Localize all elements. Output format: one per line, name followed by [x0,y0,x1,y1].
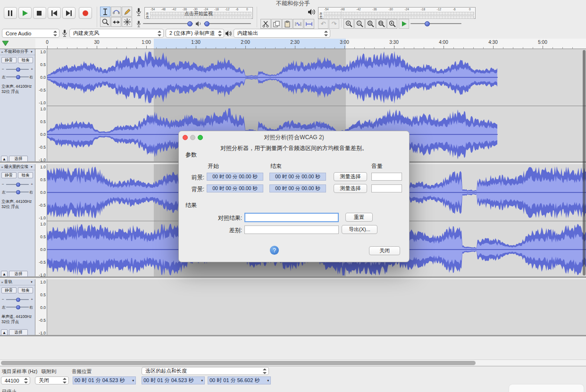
timeshift-tool-button[interactable] [111,17,121,27]
close-button[interactable]: 关闭 [369,246,400,255]
selection-start-field[interactable]: 00 时 01 分 04.523 秒▾ [142,376,205,384]
background-end-field[interactable]: 00 时 00 分 00.00 秒 [269,184,326,192]
zoom-fit-button[interactable] [376,19,386,29]
copy-button[interactable] [271,19,282,29]
trim-button[interactable] [293,19,303,29]
foreground-start-field[interactable]: 00 时 00 分 00.00 秒 [207,173,263,181]
snap-to-select[interactable]: 关闭 [35,376,69,384]
reset-button[interactable]: 重置 [345,213,373,222]
field-caret-icon[interactable]: ▾ [201,379,203,383]
horizontal-scrollbar-thumb[interactable] [1,361,476,365]
gain-knob[interactable] [16,298,20,302]
field-caret-icon[interactable]: ▾ [132,379,134,383]
play-at-speed-button[interactable] [399,19,409,29]
vertical-scale-ruler[interactable]: 1.00.50.0-0.5-1.0 1.00.50.0-0.5-1.0 [35,49,47,161]
play-speed-slider[interactable] [410,20,461,27]
track-2-control-panel[interactable]: × 烟火里的尘埃 ▼ 静音 独奏 − + 左 右 立体声, 44100Hz 32… [0,164,35,276]
play-button[interactable] [18,7,32,19]
background-start-field[interactable]: 00 时 00 分 00.00 秒 [207,184,263,192]
difference-field[interactable] [244,225,339,234]
gain-knob[interactable] [16,67,20,72]
redo-button[interactable]: ↷ [329,19,339,29]
track-menu-icon[interactable]: ▼ [30,166,35,168]
gain-knob[interactable] [16,183,20,187]
select-button[interactable]: 选择 [9,271,28,277]
track-menu-icon[interactable]: ▼ [30,281,35,284]
help-button[interactable]: ? [270,246,279,255]
collapse-button[interactable]: ▲ [1,329,8,335]
gain-slider[interactable]: − + [1,66,34,72]
cut-button[interactable] [260,19,271,29]
zoom-in-button[interactable] [343,19,354,29]
horizontal-scrollbar[interactable] [0,359,586,366]
gain-slider[interactable]: − + [1,181,34,187]
pause-button[interactable] [4,7,17,19]
track-close-icon[interactable]: × [0,50,4,54]
playback-meter[interactable]: -54-48-42-36-30-24-18-12-60 左 右 [318,7,476,19]
playback-device-select[interactable]: 内建输出 [234,29,330,38]
undo-button[interactable]: ↶ [318,19,328,29]
pan-knob[interactable] [16,75,20,79]
timeline-options-button[interactable] [1,40,12,48]
paste-button[interactable] [282,19,293,29]
gain-slider[interactable]: − + [1,296,34,302]
solo-button[interactable]: 独奏 [18,57,33,63]
selection-length-field[interactable]: 00 时 01 分 56.602 秒▾ [208,376,271,384]
audio-host-select[interactable]: Core Audio [2,29,59,38]
track-3-waveform-area[interactable] [47,279,586,335]
pan-slider[interactable]: 左 右 [1,304,34,310]
pan-slider[interactable]: 左 右 [1,74,34,80]
zoom-toggle-button[interactable] [387,19,397,29]
selection-mode-select[interactable]: 选区的起点和长度 [142,367,269,375]
foreground-volume-field[interactable] [371,173,402,181]
pan-knob[interactable] [16,305,20,309]
playback-volume-knob[interactable] [204,21,209,26]
recording-device-select[interactable]: 内建麦克风 [69,29,164,38]
collapse-button[interactable]: ▲ [1,271,8,277]
contrast-result-field[interactable] [244,213,339,222]
select-button[interactable]: 选择 [9,156,28,162]
vertical-scale-ruler[interactable]: 1.00.50.0-0.5-1.0 [35,279,47,335]
monitor-hint[interactable]: 点击开始监视 [145,10,252,17]
stop-button[interactable] [33,7,46,19]
draw-tool-button[interactable] [122,7,132,17]
zoom-out-button[interactable] [354,19,365,29]
foreground-end-field[interactable]: 00 时 00 分 00.00 秒 [269,173,326,181]
recording-channels-select[interactable]: 2 (立体声) 录制声道 [166,29,224,38]
track-menu-icon[interactable]: ▼ [30,50,35,53]
solo-button[interactable]: 独奏 [18,287,33,293]
track-3-control-panel[interactable]: × 音轨 ▼ 静音 独奏 − + 左 右 单声道, 44100Hz 32位 浮点… [0,279,35,335]
pan-slider[interactable]: 左 右 [1,189,34,195]
skip-end-button[interactable] [62,7,75,19]
audio-position-field[interactable]: 00 时 01 分 04.523 秒▾ [73,376,136,384]
zoom-tool-button[interactable] [100,17,110,27]
select-button[interactable]: 选择 [9,329,28,335]
measure-foreground-button[interactable]: 测量选择 [334,172,367,181]
mute-button[interactable]: 静音 [1,287,17,293]
play-speed-knob[interactable] [425,21,430,26]
solo-button[interactable]: 独奏 [18,172,33,178]
pan-knob[interactable] [16,190,20,194]
mute-button[interactable]: 静音 [1,57,17,63]
recording-volume-slider[interactable] [143,20,193,27]
silence-button[interactable] [304,19,314,29]
measure-background-button[interactable]: 测量选择 [334,184,367,193]
record-button[interactable] [79,7,92,19]
vertical-scale-ruler[interactable]: 1.00.50.0-0.5-1.0 1.00.50.0-0.5-1.0 [35,164,47,276]
multi-tool-button[interactable] [122,17,132,27]
recording-meter[interactable]: -54-48-42-36-30-24-18-12-60 左 右 点击开始监视 [144,7,253,19]
vertical-scrollbar[interactable] [583,50,586,275]
zoom-selection-button[interactable] [365,19,376,29]
playback-volume-slider[interactable] [204,20,251,27]
project-rate-select[interactable]: 44100 [1,376,30,384]
skip-start-button[interactable] [48,7,61,19]
envelope-tool-button[interactable] [111,7,121,17]
export-button[interactable]: 导出(X)... [342,225,377,234]
timeline-ruler[interactable]: 0301:001:302:002:303:003:304:004:305:00 [35,39,586,49]
recording-volume-knob[interactable] [187,21,193,26]
collapse-button[interactable]: ▲ [1,156,8,162]
mute-button[interactable]: 静音 [1,172,17,178]
track-close-icon[interactable]: × [0,165,4,169]
track-1-control-panel[interactable]: × 不能和你分手 ▼ 静音 独奏 − + 左 右 立体声, 44100Hz 32… [0,49,35,161]
selection-tool-button[interactable] [100,7,110,17]
